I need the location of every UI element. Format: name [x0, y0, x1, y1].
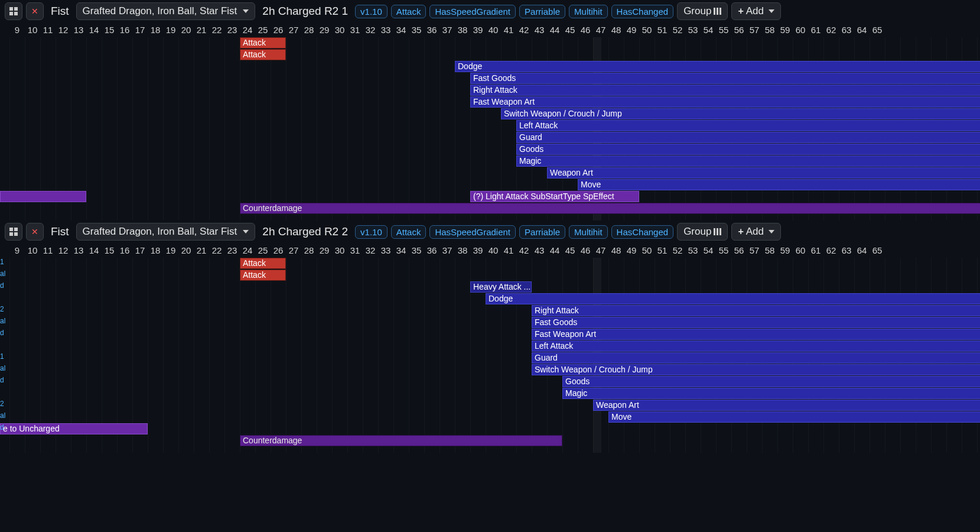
weapon-dropdown-label: Grafted Dragon, Iron Ball, Star Fist — [83, 5, 237, 17]
ruler-tick: 15 — [102, 245, 117, 255]
ruler-tick: 14 — [86, 25, 102, 35]
timeline-bar-label: Guard — [519, 132, 542, 142]
timeline-bar[interactable]: Attack — [240, 270, 286, 281]
ruler-tick: 30 — [332, 25, 347, 35]
ruler-tick: 24 — [240, 25, 255, 35]
timeline-area[interactable]: AttackAttackDodgeFast GoodsRight AttackF… — [0, 37, 980, 220]
group-button-label: Group — [683, 226, 711, 238]
timeline-bar[interactable]: Goods — [516, 144, 980, 155]
timeline-bar[interactable]: Fast Goods — [532, 317, 980, 328]
timeline-bar[interactable]: Magic — [562, 388, 980, 399]
timeline-bar[interactable]: Fast Weapon Art — [532, 329, 980, 340]
timeline-bar[interactable]: Weapon Art — [593, 400, 980, 411]
tag[interactable]: v1.10 — [355, 5, 388, 18]
ruler-tick: 31 — [347, 25, 363, 35]
ruler-tick: 13 — [71, 25, 86, 35]
timeline-area[interactable]: AttackAttackHeavy Attack ...DodgeRight A… — [0, 258, 980, 453]
timeline-bar-label: Guard — [535, 353, 558, 362]
timeline-bar[interactable]: Switch Weapon / Crouch / Jump — [501, 108, 980, 119]
weapon-dropdown[interactable]: Grafted Dragon, Iron Ball, Star Fist — [76, 2, 256, 20]
timeline-bar[interactable]: Left Attack — [516, 120, 980, 131]
timeline-bar-label: Switch Weapon / Crouch / Jump — [535, 365, 653, 374]
tag[interactable]: HasSpeedGradient — [429, 5, 516, 18]
timeline-bar-label: Left Attack — [519, 121, 558, 130]
timeline-bar[interactable]: Fast Goods — [470, 73, 980, 84]
collapse-button[interactable] — [5, 2, 22, 20]
timeline-bar[interactable]: Dodge — [455, 61, 980, 72]
timeline-bar[interactable]: Right Attack — [470, 85, 980, 96]
ruler-tick: 28 — [301, 25, 317, 35]
ruler-tick: 36 — [424, 25, 439, 35]
tag[interactable]: Parriable — [519, 225, 565, 239]
ruler-tick: 60 — [793, 25, 808, 35]
timeline-bar-label: Attack — [243, 258, 266, 268]
ruler-tick: 59 — [777, 25, 793, 35]
ruler-tick: 49 — [624, 25, 639, 35]
timeline-bar[interactable]: Right Attack — [532, 305, 980, 316]
timeline-bar[interactable]: Guard — [516, 132, 980, 143]
timeline-bar[interactable]: Move — [608, 411, 980, 423]
timeline-bar[interactable]: Counterdamage — [240, 203, 980, 214]
ruler-tick: 13 — [71, 245, 86, 255]
timeline-bar[interactable]: Counterdamage — [240, 435, 562, 446]
timeline-bar[interactable]: Attack — [240, 37, 286, 48]
side-label: 1 — [0, 352, 4, 361]
tag[interactable]: Multihit — [569, 5, 608, 18]
tag[interactable]: HasChanged — [611, 225, 674, 239]
ruler-tick: 47 — [593, 245, 608, 255]
timeline-bar-label: Move — [611, 412, 631, 421]
timeline-bar[interactable]: Move — [578, 179, 980, 190]
ruler-tick: 25 — [255, 245, 271, 255]
tag[interactable]: v1.10 — [355, 225, 388, 239]
timeline-bar[interactable]: (?) Light Attack SubStartType SpEffect — [470, 191, 639, 202]
timeline-bar-label: Attack — [243, 50, 266, 59]
ruler-tick: 26 — [271, 25, 286, 35]
close-button[interactable]: ✕ — [26, 2, 44, 20]
tag[interactable]: HasSpeedGradient — [429, 225, 516, 239]
timeline-bar[interactable]: Left Attack — [532, 340, 980, 352]
timeline-bar-label: Left Attack — [535, 341, 573, 351]
ruler-tick: 41 — [501, 245, 516, 255]
timeline-bar[interactable]: Heavy Attack ... — [470, 281, 532, 293]
group-button[interactable]: Group — [677, 2, 728, 20]
add-button[interactable]: +Add — [731, 2, 781, 20]
weapon-dropdown[interactable]: Grafted Dragon, Iron Ball, Star Fist — [76, 223, 256, 241]
ruler-tick: 35 — [409, 245, 424, 255]
group-button[interactable]: Group — [677, 223, 728, 241]
ruler-tick: 54 — [701, 245, 716, 255]
ruler-tick: 19 — [163, 25, 178, 35]
add-button[interactable]: +Add — [731, 223, 781, 241]
timeline-bar-label: Magic — [519, 156, 541, 166]
side-label: al — [0, 411, 5, 420]
timeline-bar[interactable]: Goods — [562, 376, 980, 387]
tag[interactable]: Parriable — [519, 5, 565, 18]
timeline-bar-label: Weapon Art — [550, 168, 593, 177]
timeline-bar[interactable]: Switch Weapon / Crouch / Jump — [532, 364, 980, 375]
collapse-button[interactable] — [5, 223, 22, 241]
ruler-tick: 50 — [639, 245, 655, 255]
ruler-tick: 46 — [578, 245, 593, 255]
timeline-bar[interactable]: Attack — [240, 258, 286, 269]
tag[interactable]: Attack — [391, 5, 426, 18]
tag[interactable]: Attack — [391, 225, 426, 239]
ruler-tick: 23 — [224, 25, 240, 35]
timeline-bar[interactable]: Attack — [240, 49, 286, 60]
timeline-bar[interactable]: Dodge — [486, 293, 980, 304]
timeline-bar[interactable]: Magic — [516, 155, 980, 167]
ruler-tick: 12 — [56, 245, 71, 255]
ruler-tick: 32 — [363, 25, 378, 35]
timeline-bar[interactable]: Fast Weapon Art — [470, 96, 980, 108]
ruler-tick: 63 — [839, 245, 854, 255]
ruler-tick: 63 — [839, 25, 854, 35]
ruler-tick: 65 — [870, 25, 885, 35]
close-button[interactable]: ✕ — [26, 223, 44, 241]
tag[interactable]: Multihit — [569, 225, 608, 239]
tag[interactable]: HasChanged — [611, 5, 674, 18]
timeline-bar[interactable]: e to Uncharged — [0, 423, 148, 434]
ruler-tick: 36 — [424, 245, 439, 255]
timeline-bar[interactable]: Guard — [532, 352, 980, 364]
timeline-bar-label: Counterdamage — [243, 436, 302, 445]
timeline-bar[interactable]: Weapon Art — [547, 167, 980, 179]
timeline-bar[interactable] — [0, 191, 86, 202]
timeline-bar-label: Fast Weapon Art — [473, 97, 535, 106]
